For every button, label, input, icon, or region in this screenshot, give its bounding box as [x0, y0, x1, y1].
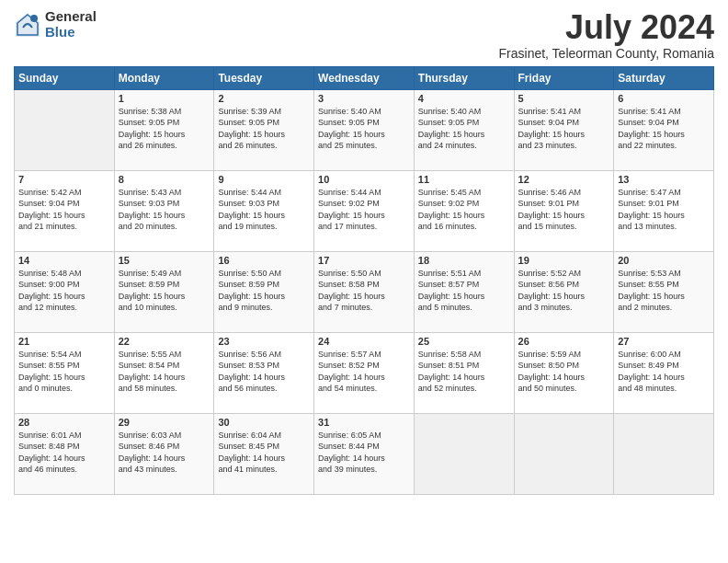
calendar-cell: 21Sunrise: 5:54 AM Sunset: 8:55 PM Dayli… — [15, 332, 115, 413]
calendar-cell: 25Sunrise: 5:58 AM Sunset: 8:51 PM Dayli… — [414, 332, 514, 413]
cell-info-text: Sunrise: 5:48 AM Sunset: 9:00 PM Dayligh… — [18, 268, 110, 314]
calendar-cell: 3Sunrise: 5:40 AM Sunset: 9:05 PM Daylig… — [314, 89, 415, 170]
calendar-cell: 28Sunrise: 6:01 AM Sunset: 8:48 PM Dayli… — [15, 413, 115, 494]
calendar-cell: 12Sunrise: 5:46 AM Sunset: 9:01 PM Dayli… — [514, 170, 614, 251]
logo-icon — [14, 11, 41, 39]
calendar-cell: 13Sunrise: 5:47 AM Sunset: 9:01 PM Dayli… — [614, 170, 714, 251]
day-number: 18 — [418, 255, 510, 266]
cell-info-text: Sunrise: 6:04 AM Sunset: 8:45 PM Dayligh… — [218, 430, 310, 476]
day-number: 6 — [618, 93, 710, 104]
day-number: 23 — [218, 336, 310, 347]
cell-info-text: Sunrise: 5:58 AM Sunset: 8:51 PM Dayligh… — [418, 349, 510, 395]
day-number: 7 — [18, 174, 110, 185]
cell-info-text: Sunrise: 5:55 AM Sunset: 8:54 PM Dayligh… — [119, 349, 210, 395]
cell-info-text: Sunrise: 5:42 AM Sunset: 9:04 PM Dayligh… — [18, 187, 110, 233]
calendar-cell: 24Sunrise: 5:57 AM Sunset: 8:52 PM Dayli… — [314, 332, 415, 413]
weekday-header-monday: Monday — [114, 66, 214, 89]
logo-text: General Blue — [45, 9, 97, 40]
cell-info-text: Sunrise: 5:38 AM Sunset: 9:05 PM Dayligh… — [119, 106, 210, 152]
calendar-cell: 31Sunrise: 6:05 AM Sunset: 8:44 PM Dayli… — [314, 413, 415, 494]
cell-info-text: Sunrise: 6:05 AM Sunset: 8:44 PM Dayligh… — [318, 430, 410, 476]
cell-info-text: Sunrise: 5:49 AM Sunset: 8:59 PM Dayligh… — [119, 268, 210, 314]
month-year-title: July 2024 — [499, 9, 714, 46]
calendar-body: 1Sunrise: 5:38 AM Sunset: 9:05 PM Daylig… — [15, 89, 714, 494]
day-number: 20 — [618, 255, 710, 266]
calendar-cell: 27Sunrise: 6:00 AM Sunset: 8:49 PM Dayli… — [614, 332, 714, 413]
cell-info-text: Sunrise: 5:41 AM Sunset: 9:04 PM Dayligh… — [618, 106, 710, 152]
calendar-cell: 16Sunrise: 5:50 AM Sunset: 8:59 PM Dayli… — [214, 251, 314, 332]
calendar-cell — [514, 413, 614, 494]
calendar-cell: 1Sunrise: 5:38 AM Sunset: 9:05 PM Daylig… — [114, 89, 214, 170]
day-number: 5 — [518, 93, 610, 104]
calendar-cell: 10Sunrise: 5:44 AM Sunset: 9:02 PM Dayli… — [314, 170, 415, 251]
calendar-cell: 20Sunrise: 5:53 AM Sunset: 8:55 PM Dayli… — [614, 251, 714, 332]
title-block: July 2024 Frasinet, Teleorman County, Ro… — [499, 9, 714, 61]
logo-general-text: General — [45, 9, 97, 25]
weekday-header-saturday: Saturday — [614, 66, 714, 89]
calendar-cell — [614, 413, 714, 494]
weekday-row: SundayMondayTuesdayWednesdayThursdayFrid… — [15, 66, 714, 89]
calendar-cell: 15Sunrise: 5:49 AM Sunset: 8:59 PM Dayli… — [114, 251, 214, 332]
day-number: 17 — [318, 255, 410, 266]
day-number: 1 — [119, 93, 210, 104]
calendar-cell: 30Sunrise: 6:04 AM Sunset: 8:45 PM Dayli… — [214, 413, 314, 494]
calendar-cell: 17Sunrise: 5:50 AM Sunset: 8:58 PM Dayli… — [314, 251, 415, 332]
logo: General Blue — [14, 9, 97, 40]
day-number: 11 — [418, 174, 510, 185]
calendar-cell: 6Sunrise: 5:41 AM Sunset: 9:04 PM Daylig… — [614, 89, 714, 170]
cell-info-text: Sunrise: 5:41 AM Sunset: 9:04 PM Dayligh… — [518, 106, 610, 152]
cell-info-text: Sunrise: 5:52 AM Sunset: 8:56 PM Dayligh… — [518, 268, 610, 314]
header: General Blue July 2024 Frasinet, Teleorm… — [14, 9, 714, 61]
cell-info-text: Sunrise: 5:43 AM Sunset: 9:03 PM Dayligh… — [119, 187, 210, 233]
cell-info-text: Sunrise: 6:03 AM Sunset: 8:46 PM Dayligh… — [119, 430, 210, 476]
day-number: 19 — [518, 255, 610, 266]
cell-info-text: Sunrise: 6:00 AM Sunset: 8:49 PM Dayligh… — [618, 349, 710, 395]
weekday-header-tuesday: Tuesday — [214, 66, 314, 89]
day-number: 30 — [218, 417, 310, 428]
day-number: 4 — [418, 93, 510, 104]
day-number: 28 — [18, 417, 110, 428]
cell-info-text: Sunrise: 5:51 AM Sunset: 8:57 PM Dayligh… — [418, 268, 510, 314]
calendar-cell: 22Sunrise: 5:55 AM Sunset: 8:54 PM Dayli… — [114, 332, 214, 413]
day-number: 15 — [119, 255, 210, 266]
cell-info-text: Sunrise: 5:54 AM Sunset: 8:55 PM Dayligh… — [18, 349, 110, 395]
day-number: 27 — [618, 336, 710, 347]
calendar-cell: 5Sunrise: 5:41 AM Sunset: 9:04 PM Daylig… — [514, 89, 614, 170]
calendar-cell: 14Sunrise: 5:48 AM Sunset: 9:00 PM Dayli… — [15, 251, 115, 332]
calendar-cell: 19Sunrise: 5:52 AM Sunset: 8:56 PM Dayli… — [514, 251, 614, 332]
calendar-cell: 8Sunrise: 5:43 AM Sunset: 9:03 PM Daylig… — [114, 170, 214, 251]
cell-info-text: Sunrise: 5:53 AM Sunset: 8:55 PM Dayligh… — [618, 268, 710, 314]
calendar-cell: 26Sunrise: 5:59 AM Sunset: 8:50 PM Dayli… — [514, 332, 614, 413]
day-number: 14 — [18, 255, 110, 266]
weekday-header-thursday: Thursday — [414, 66, 514, 89]
weekday-header-friday: Friday — [514, 66, 614, 89]
day-number: 25 — [418, 336, 510, 347]
day-number: 8 — [119, 174, 210, 185]
day-number: 29 — [119, 417, 210, 428]
calendar-cell — [414, 413, 514, 494]
cell-info-text: Sunrise: 5:40 AM Sunset: 9:05 PM Dayligh… — [318, 106, 410, 152]
day-number: 10 — [318, 174, 410, 185]
cell-info-text: Sunrise: 5:47 AM Sunset: 9:01 PM Dayligh… — [618, 187, 710, 233]
location-subtitle: Frasinet, Teleorman County, Romania — [499, 46, 714, 61]
cell-info-text: Sunrise: 5:56 AM Sunset: 8:53 PM Dayligh… — [218, 349, 310, 395]
cell-info-text: Sunrise: 5:45 AM Sunset: 9:02 PM Dayligh… — [418, 187, 510, 233]
calendar-cell: 9Sunrise: 5:44 AM Sunset: 9:03 PM Daylig… — [214, 170, 314, 251]
calendar-week-row: 28Sunrise: 6:01 AM Sunset: 8:48 PM Dayli… — [15, 413, 714, 494]
day-number: 3 — [318, 93, 410, 104]
cell-info-text: Sunrise: 5:57 AM Sunset: 8:52 PM Dayligh… — [318, 349, 410, 395]
calendar-cell: 23Sunrise: 5:56 AM Sunset: 8:53 PM Dayli… — [214, 332, 314, 413]
calendar-cell: 11Sunrise: 5:45 AM Sunset: 9:02 PM Dayli… — [414, 170, 514, 251]
calendar-cell: 4Sunrise: 5:40 AM Sunset: 9:05 PM Daylig… — [414, 89, 514, 170]
cell-info-text: Sunrise: 5:50 AM Sunset: 8:59 PM Dayligh… — [218, 268, 310, 314]
calendar-week-row: 21Sunrise: 5:54 AM Sunset: 8:55 PM Dayli… — [15, 332, 714, 413]
day-number: 16 — [218, 255, 310, 266]
weekday-header-wednesday: Wednesday — [314, 66, 415, 89]
day-number: 2 — [218, 93, 310, 104]
calendar-week-row: 7Sunrise: 5:42 AM Sunset: 9:04 PM Daylig… — [15, 170, 714, 251]
cell-info-text: Sunrise: 5:44 AM Sunset: 9:02 PM Dayligh… — [318, 187, 410, 233]
cell-info-text: Sunrise: 6:01 AM Sunset: 8:48 PM Dayligh… — [18, 430, 110, 476]
day-number: 22 — [119, 336, 210, 347]
calendar-cell: 2Sunrise: 5:39 AM Sunset: 9:05 PM Daylig… — [214, 89, 314, 170]
day-number: 12 — [518, 174, 610, 185]
